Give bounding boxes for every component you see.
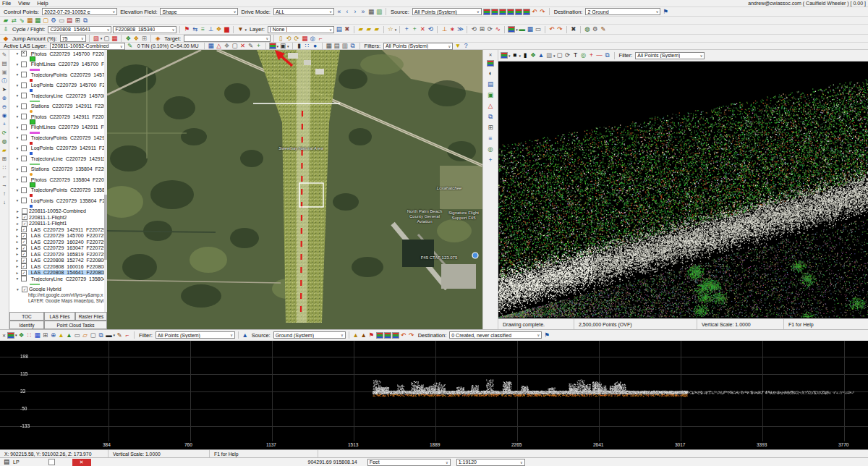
save-view-icon[interactable]: ▤ [66, 17, 73, 25]
edit-brush-icon[interactable]: ✎ [600, 25, 607, 33]
jump-icon[interactable]: ◆ [2, 35, 9, 43]
redo-icon[interactable]: ↷ [539, 8, 546, 16]
classify-tool-icon[interactable] [508, 26, 515, 33]
collapse-arrow-icon[interactable]: ▾ [15, 51, 20, 56]
filter-icon[interactable]: ▼ [454, 42, 461, 50]
rotate-view-icon[interactable]: ⟳ [564, 51, 571, 59]
globe2-icon[interactable]: ◎ [309, 35, 316, 43]
tree-item[interactable]: ▸✓_LAS_C220808_154641_F220808_1853 [9, 270, 106, 276]
bar-icon[interactable]: ▮ [296, 42, 303, 50]
flight-combo[interactable]: F220808_185340∨ [113, 26, 176, 33]
expand-arrow-icon[interactable]: ▸ [15, 252, 20, 256]
map-view[interactable]: Sweetbay Natural AreaLoxahatcheeNorth Pa… [107, 50, 482, 329]
corner-icon[interactable]: ⌐ [317, 35, 324, 43]
hatch-caret-icon[interactable]: ▨ [545, 51, 553, 59]
point-color-caret-icon[interactable] [501, 52, 508, 59]
dropdown-caret-icon[interactable]: ▾ [553, 54, 556, 58]
source-combo[interactable]: All Points (System)∨ [412, 8, 482, 15]
tree-item-checkbox[interactable] [21, 93, 27, 98]
menu-file[interactable]: File [2, 0, 11, 7]
save-layer-icon[interactable]: ▤ [336, 25, 343, 33]
classify-below-icon[interactable] [499, 9, 506, 15]
collapse-arrow-icon[interactable]: ▾ [15, 93, 20, 98]
target-icon[interactable]: ◈ [154, 35, 161, 43]
share-icon[interactable]: ⧉ [82, 17, 89, 25]
attribute-table-icon[interactable]: ▦ [367, 8, 375, 16]
profile-pen-icon[interactable]: ✎ [116, 331, 123, 339]
toc-tree[interactable]: ▾_Photos_C220729_145700_F220729_15▾_Flig… [9, 50, 107, 312]
rgb-encode-icon[interactable]: ❖ [215, 25, 222, 33]
flag-blue-icon[interactable]: ⚑ [543, 331, 550, 339]
tree-item[interactable]: ▸220811-10052-Combined [9, 208, 106, 215]
folder-map-icon[interactable]: ▰ [1, 147, 8, 153]
polyline-icon[interactable]: ∿ [494, 25, 501, 33]
tree-item[interactable]: ▾_TrajectoryPoints_C220729_135804_F22 [9, 187, 106, 194]
menu-view[interactable]: View [18, 0, 30, 7]
tree-item[interactable]: ▸✓220811-1-Flight1 [9, 221, 106, 227]
profile-filter-combo[interactable]: All Points (System)∨ [156, 331, 235, 339]
grid-icon[interactable]: ⊞ [478, 25, 485, 33]
collapse-arrow-icon[interactable]: ▾ [15, 104, 20, 109]
snap-icon[interactable]: ⊥ [441, 25, 448, 33]
tree-item[interactable]: ▾_TrajectoryPoints_C220729_142911_F22 [9, 135, 106, 141]
class-display-icon[interactable]: ❖ [18, 331, 25, 339]
edit-pen-icon[interactable]: ✎ [127, 42, 134, 50]
tree-item-checkbox[interactable] [21, 124, 27, 130]
tree-item-checkbox[interactable]: ✓ [22, 287, 27, 292]
collapse-arrow-icon[interactable]: ▾ [15, 83, 20, 88]
tree-item-checkbox[interactable] [21, 72, 27, 77]
target-combo[interactable]: ∨ [184, 35, 271, 42]
copy-view-icon[interactable]: ⧉ [604, 51, 611, 59]
folder-new-icon[interactable]: ▰ [373, 25, 380, 33]
flatten-red-icon[interactable]: ⌐ [124, 331, 131, 339]
tree-item-checkbox[interactable]: ✓ [22, 214, 27, 220]
tree-item-checkbox[interactable] [21, 187, 27, 193]
table3-icon[interactable]: ▦ [301, 35, 308, 43]
pan-right-icon[interactable]: → [1, 182, 8, 188]
dropdown-caret-icon[interactable]: ▾ [516, 27, 518, 32]
drive-mode-combo[interactable]: ALL∨ [273, 8, 334, 15]
list-3d-icon[interactable]: ≡ [487, 135, 494, 143]
text-tool-icon[interactable]: T [572, 51, 579, 59]
grid-blue-icon[interactable]: ▦ [34, 331, 41, 339]
vertex-add-icon[interactable]: + [411, 25, 418, 33]
classify-inside-icon[interactable] [507, 9, 514, 15]
edit-pencil-icon[interactable]: ✎ [1, 51, 8, 58]
black-bar-caret-icon[interactable]: ▬ [106, 331, 113, 339]
colorize-3d-icon[interactable] [487, 60, 494, 67]
frame-icon[interactable]: ▢ [556, 51, 563, 59]
select-cursor-icon[interactable]: ➤ [1, 86, 8, 93]
prev-record-icon[interactable]: ‹ [344, 8, 351, 16]
collapse-arrow-icon[interactable]: ▾ [15, 188, 20, 192]
expand-arrow-icon[interactable]: ▸ [15, 227, 20, 232]
help-icon[interactable]: ? [462, 42, 469, 50]
dropdown-caret-icon[interactable]: ▾ [519, 54, 522, 58]
tin-icon[interactable]: △ [216, 42, 223, 50]
tree-item[interactable]: ▸✓_LAS_C220729_145700_F220729_1508 [9, 233, 106, 240]
grid7-icon[interactable]: ▤ [333, 42, 341, 50]
undo-icon[interactable]: ↶ [400, 331, 407, 339]
grid-plain-icon[interactable]: ⊞ [42, 331, 49, 339]
tree-item[interactable]: ▸✓_LAS_C220729_163047_F220729_1635 [9, 245, 106, 252]
class-up-icon[interactable]: ▲ [352, 331, 359, 339]
tree-item[interactable]: ▾_LogPoints_C220729_142911_F220729_ [9, 145, 106, 152]
pan-down-icon[interactable]: ↓ [1, 199, 8, 206]
flatten-icon[interactable]: ▬ [519, 25, 526, 33]
dropdown-caret-icon[interactable]: ▾ [244, 27, 247, 32]
class-flag-icon[interactable]: ⚑ [368, 331, 375, 339]
tin-3d-icon[interactable]: △ [487, 102, 494, 110]
tree-item-checkbox[interactable] [21, 103, 27, 109]
background-color-icon[interactable]: ■ [511, 51, 519, 59]
pan-icon[interactable]: + [1, 121, 8, 127]
next-record-icon[interactable]: › [352, 8, 359, 16]
close-panel-icon[interactable]: ✕ [488, 52, 492, 57]
collapse-arrow-icon[interactable]: ▾ [15, 135, 20, 140]
dropdown-caret-icon[interactable]: ▾ [395, 27, 397, 32]
units-combo[interactable]: Feet∨ [367, 459, 451, 466]
tree-item-checkbox[interactable] [21, 166, 27, 172]
tree-item-checkbox[interactable] [21, 198, 27, 203]
vertex-delete-icon[interactable]: ✕ [419, 25, 426, 33]
filters-combo[interactable]: All Points (System)∨ [383, 43, 453, 50]
terrain-blue-icon[interactable]: ▲ [537, 51, 545, 59]
point-colorize-icon[interactable] [269, 43, 276, 49]
